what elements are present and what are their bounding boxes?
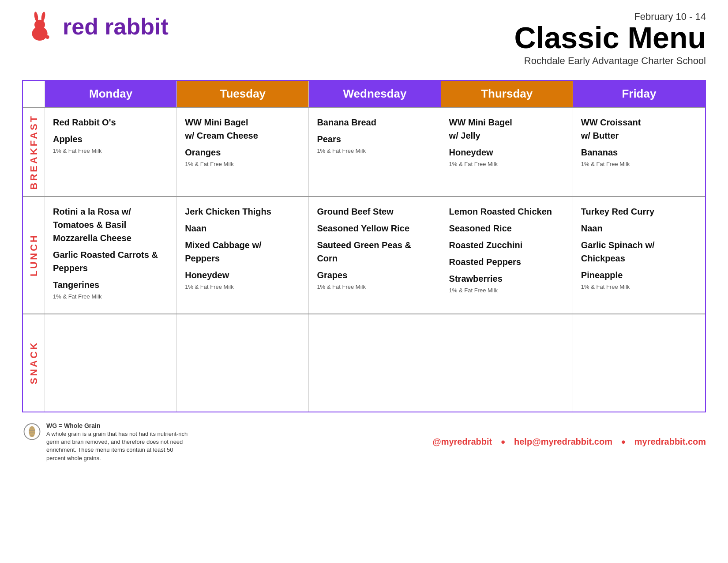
logo-icon bbox=[22, 9, 57, 44]
breakfast-monday: Red Rabbit O's Apples 1% & Fat Free Milk bbox=[45, 108, 177, 196]
lunch-monday: Rotini a la Rosa w/Tomatoes & BasilMozza… bbox=[45, 197, 177, 314]
breakfast-friday-item1: WW Croissantw/ Butter bbox=[581, 116, 697, 142]
breakfast-monday-item2: Apples 1% & Fat Free Milk bbox=[53, 132, 169, 155]
snack-friday bbox=[573, 314, 705, 412]
item-text: Turkey Red Curry bbox=[581, 205, 697, 218]
item-text: Garlic Spinach w/Chickpeas bbox=[581, 238, 697, 265]
breakfast-friday: WW Croissantw/ Butter Bananas 1% & Fat F… bbox=[573, 108, 705, 196]
snack-thursday bbox=[441, 314, 573, 412]
breakfast-thursday: WW Mini Bagelw/ Jelly Honeydew 1% & Fat … bbox=[441, 108, 573, 196]
lunch-monday-item1: Rotini a la Rosa w/Tomatoes & BasilMozza… bbox=[53, 205, 169, 245]
item-text: Pineapple bbox=[581, 268, 697, 282]
item-text: Tangerines bbox=[53, 278, 169, 291]
item-text: Garlic Roasted Carrots &Peppers bbox=[53, 248, 169, 275]
tuesday-header: Tuesday bbox=[177, 81, 309, 107]
item-text: Roasted Peppers bbox=[449, 255, 565, 268]
lunch-friday-item1: Turkey Red Curry bbox=[581, 205, 697, 218]
svg-point-4 bbox=[46, 35, 49, 39]
milk-label: 1% & Fat Free Milk bbox=[317, 283, 432, 291]
item-text: Honeydew bbox=[449, 146, 565, 159]
breakfast-monday-item1: Red Rabbit O's bbox=[53, 116, 169, 129]
breakfast-wednesday-item2: Pears 1% & Fat Free Milk bbox=[317, 132, 432, 155]
lunch-label: LUNCH bbox=[28, 234, 40, 276]
item-text: Strawberries bbox=[449, 272, 565, 285]
header-corner bbox=[23, 81, 45, 107]
breakfast-label: BREAKFAST bbox=[28, 114, 40, 189]
lunch-wednesday-item4: Grapes 1% & Fat Free Milk bbox=[317, 268, 432, 291]
breakfast-tuesday-item1: WW Mini Bagelw/ Cream Cheese bbox=[185, 116, 300, 142]
lunch-tuesday-item1: Jerk Chicken Thighs bbox=[185, 205, 300, 218]
page-header: red rabbit February 10 - 14 Classic Menu… bbox=[0, 0, 728, 71]
school-name: Rochdale Early Advantage Charter School bbox=[514, 55, 706, 67]
page-footer: WG = Whole Grain A whole grain is a grai… bbox=[22, 417, 706, 467]
menu-table: Monday Tuesday Wednesday Thursday Friday… bbox=[22, 80, 706, 412]
item-text: Banana Bread bbox=[317, 116, 432, 129]
breakfast-tuesday-item2: Oranges 1% & Fat Free Milk bbox=[185, 146, 300, 169]
snack-label: SNACK bbox=[28, 341, 40, 384]
monday-header: Monday bbox=[45, 81, 177, 107]
item-text: Rotini a la Rosa w/Tomatoes & BasilMozza… bbox=[53, 205, 169, 245]
whole-grain-icon bbox=[22, 422, 42, 442]
friday-header: Friday bbox=[573, 81, 705, 107]
lunch-thursday-item2: Seasoned Rice bbox=[449, 222, 565, 235]
snack-tuesday bbox=[177, 314, 309, 412]
wednesday-header: Wednesday bbox=[309, 81, 441, 107]
item-text: Roasted Zucchini bbox=[449, 238, 565, 252]
item-text: Bananas bbox=[581, 146, 697, 159]
breakfast-row: BREAKFAST Red Rabbit O's Apples 1% & Fat… bbox=[23, 107, 705, 196]
item-text: Sauteed Green Peas &Corn bbox=[317, 238, 432, 265]
dot-separator-2: • bbox=[621, 435, 626, 449]
breakfast-wednesday: Banana Bread Pears 1% & Fat Free Milk bbox=[309, 108, 441, 196]
item-text: WW Croissantw/ Butter bbox=[581, 116, 697, 142]
lunch-thursday-item1: Lemon Roasted Chicken bbox=[449, 205, 565, 218]
milk-label: 1% & Fat Free Milk bbox=[449, 286, 565, 295]
snack-wednesday bbox=[309, 314, 441, 412]
lunch-thursday: Lemon Roasted Chicken Seasoned Rice Roas… bbox=[441, 197, 573, 314]
item-text: Seasoned Rice bbox=[449, 222, 565, 235]
milk-label: 1% & Fat Free Milk bbox=[53, 147, 169, 155]
milk-label: 1% & Fat Free Milk bbox=[185, 160, 300, 169]
wg-description: A whole grain is a grain that has not ha… bbox=[46, 430, 190, 462]
lunch-tuesday-item3: Mixed Cabbage w/Peppers bbox=[185, 238, 300, 265]
item-text: Seasoned Yellow Rice bbox=[317, 222, 432, 235]
lunch-friday-item4: Pineapple 1% & Fat Free Milk bbox=[581, 268, 697, 291]
wg-section: WG = Whole Grain A whole grain is a grai… bbox=[22, 422, 190, 462]
dot-separator-1: • bbox=[501, 435, 505, 449]
lunch-wednesday-item2: Seasoned Yellow Rice bbox=[317, 222, 432, 235]
logo-area: red rabbit bbox=[22, 9, 169, 44]
snack-row: SNACK bbox=[23, 314, 705, 412]
lunch-monday-item3: Tangerines 1% & Fat Free Milk bbox=[53, 278, 169, 301]
milk-label: 1% & Fat Free Milk bbox=[581, 160, 697, 169]
item-text: Apples bbox=[53, 132, 169, 146]
email-address: help@myredrabbit.com bbox=[514, 437, 612, 447]
wg-title: WG = Whole Grain bbox=[46, 422, 190, 431]
snack-monday bbox=[45, 314, 177, 412]
lunch-friday-item3: Garlic Spinach w/Chickpeas bbox=[581, 238, 697, 265]
social-handle: @myredrabbit bbox=[432, 437, 492, 447]
lunch-thursday-item5: Strawberries 1% & Fat Free Milk bbox=[449, 272, 565, 295]
lunch-row: LUNCH Rotini a la Rosa w/Tomatoes & Basi… bbox=[23, 196, 705, 314]
lunch-friday-item2: Naan bbox=[581, 222, 697, 235]
item-text: Jerk Chicken Thighs bbox=[185, 205, 300, 218]
milk-label: 1% & Fat Free Milk bbox=[317, 147, 432, 155]
menu-title: Classic Menu bbox=[514, 23, 706, 53]
logo-text: red rabbit bbox=[63, 13, 169, 40]
lunch-label-cell: LUNCH bbox=[23, 197, 45, 314]
svg-point-1 bbox=[34, 20, 45, 30]
breakfast-tuesday: WW Mini Bagelw/ Cream Cheese Oranges 1% … bbox=[177, 108, 309, 196]
lunch-wednesday-item1: Ground Beef Stew bbox=[317, 205, 432, 218]
item-text: Honeydew bbox=[185, 268, 300, 282]
breakfast-friday-item2: Bananas 1% & Fat Free Milk bbox=[581, 146, 697, 169]
lunch-tuesday: Jerk Chicken Thighs Naan Mixed Cabbage w… bbox=[177, 197, 309, 314]
lunch-thursday-item3: Roasted Zucchini bbox=[449, 238, 565, 252]
breakfast-thursday-item1: WW Mini Bagelw/ Jelly bbox=[449, 116, 565, 142]
lunch-monday-item2: Garlic Roasted Carrots &Peppers bbox=[53, 248, 169, 275]
item-text: Lemon Roasted Chicken bbox=[449, 205, 565, 218]
item-text: WW Mini Bagelw/ Jelly bbox=[449, 116, 565, 142]
breakfast-thursday-item2: Honeydew 1% & Fat Free Milk bbox=[449, 146, 565, 169]
lunch-tuesday-item2: Naan bbox=[185, 222, 300, 235]
item-text: Red Rabbit O's bbox=[53, 116, 169, 129]
lunch-friday: Turkey Red Curry Naan Garlic Spinach w/C… bbox=[573, 197, 705, 314]
lunch-wednesday: Ground Beef Stew Seasoned Yellow Rice Sa… bbox=[309, 197, 441, 314]
contact-section: @myredrabbit • help@myredrabbit.com • my… bbox=[432, 435, 706, 449]
